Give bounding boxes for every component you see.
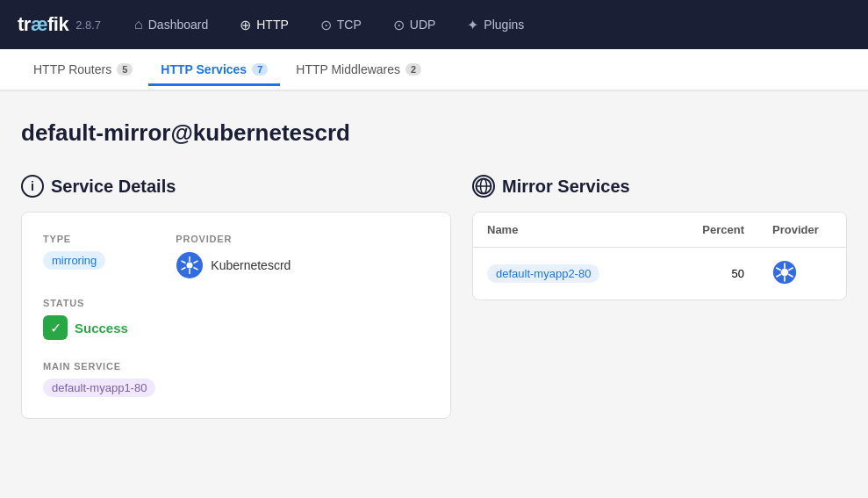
plugins-icon: ✦ [467, 17, 478, 33]
mirror-services-header: Mirror Services [472, 175, 847, 198]
nav-tcp-label: TCP [337, 18, 362, 32]
nav-plugins-label: Plugins [484, 18, 524, 32]
svg-point-12 [781, 269, 789, 277]
globe-svg [475, 177, 492, 195]
nav-http[interactable]: ⊕ HTTP [227, 11, 301, 39]
status-label: STATUS [43, 298, 429, 308]
cell-percent: 50 [671, 248, 758, 300]
nav-tcp[interactable]: ⊙ TCP [308, 11, 374, 39]
logo-text: træfik [18, 13, 68, 36]
cell-name: default-myapp2-80 [473, 248, 671, 300]
k8s-provider-icon [176, 251, 204, 279]
mirror-services-panel: Mirror Services Name Percent Provider de… [472, 175, 847, 300]
page-content: default-mirror@kubernetescrd i Service D… [0, 91, 868, 447]
page-title: default-mirror@kubernetescrd [21, 119, 847, 147]
nav-udp[interactable]: ⊙ UDP [381, 11, 448, 39]
sub-nav: HTTP Routers 5 HTTP Services 7 HTTP Midd… [0, 49, 868, 91]
k8s-row-icon [772, 260, 797, 285]
service-details-header: i Service Details [21, 175, 451, 198]
nav-udp-label: UDP [410, 18, 436, 32]
svg-point-1 [187, 263, 193, 269]
globe-nav-icon: ⊕ [240, 17, 251, 33]
subnav-middlewares[interactable]: HTTP Middlewares 2 [283, 55, 434, 86]
service-details-panel: i Service Details TYPE mirroring PROVIDE… [21, 175, 451, 419]
app-version: 2.8.7 [75, 18, 101, 32]
globe-section-icon [472, 175, 495, 198]
udp-icon: ⊙ [393, 17, 405, 33]
provider-label: PROVIDER [176, 234, 291, 244]
main-service-label: MAIN SERVICE [43, 361, 429, 372]
home-icon: ⌂ [134, 17, 143, 32]
top-nav: træfik 2.8.7 ⌂ Dashboard ⊕ HTTP ⊙ TCP ⊙ … [0, 0, 868, 49]
detail-card: TYPE mirroring PROVIDER [21, 212, 451, 419]
logo: træfik 2.8.7 [18, 13, 101, 36]
type-row: TYPE mirroring [43, 234, 105, 270]
tcp-icon: ⊙ [320, 17, 332, 33]
col-name: Name [473, 213, 671, 248]
subnav-services[interactable]: HTTP Services 7 [148, 55, 280, 86]
nav-http-label: HTTP [256, 18, 289, 32]
type-value: mirroring [43, 251, 105, 270]
subnav-middlewares-label: HTTP Middlewares [296, 62, 400, 76]
mirror-services-title: Mirror Services [502, 177, 630, 197]
status-check-icon: ✓ [43, 315, 68, 340]
col-percent: Percent [671, 213, 758, 248]
nav-dashboard[interactable]: ⌂ Dashboard [122, 11, 220, 38]
status-row: STATUS ✓ Success [43, 298, 429, 340]
table-row: default-myapp2-80 50 [473, 248, 846, 300]
col-provider: Provider [758, 213, 846, 248]
logo-ae: æ [31, 13, 47, 35]
two-col-layout: i Service Details TYPE mirroring PROVIDE… [21, 175, 847, 419]
provider-row: PROVIDER [176, 234, 291, 291]
subnav-routers[interactable]: HTTP Routers 5 [21, 55, 145, 86]
provider-value-row: Kubernetescrd [176, 251, 291, 279]
info-icon: i [21, 175, 44, 198]
nav-dashboard-label: Dashboard [148, 18, 209, 32]
cell-provider [758, 248, 846, 300]
main-service-value: default-myapp1-80 [43, 379, 155, 397]
subnav-services-badge: 7 [252, 63, 268, 76]
nav-plugins[interactable]: ✦ Plugins [455, 11, 536, 39]
provider-name: Kubernetescrd [211, 258, 291, 272]
mirror-table: Name Percent Provider default-myapp2-80 … [472, 212, 847, 300]
subnav-middlewares-badge: 2 [405, 63, 421, 76]
service-details-title: Service Details [51, 177, 176, 197]
main-service-row: MAIN SERVICE default-myapp1-80 [43, 361, 429, 397]
type-label: TYPE [43, 234, 105, 244]
status-value-row: ✓ Success [43, 315, 429, 340]
status-text: Success [75, 321, 128, 336]
subnav-services-label: HTTP Services [161, 62, 247, 76]
subnav-routers-label: HTTP Routers [33, 62, 111, 76]
service-link[interactable]: default-myapp2-80 [487, 264, 599, 283]
subnav-routers-badge: 5 [117, 63, 133, 76]
